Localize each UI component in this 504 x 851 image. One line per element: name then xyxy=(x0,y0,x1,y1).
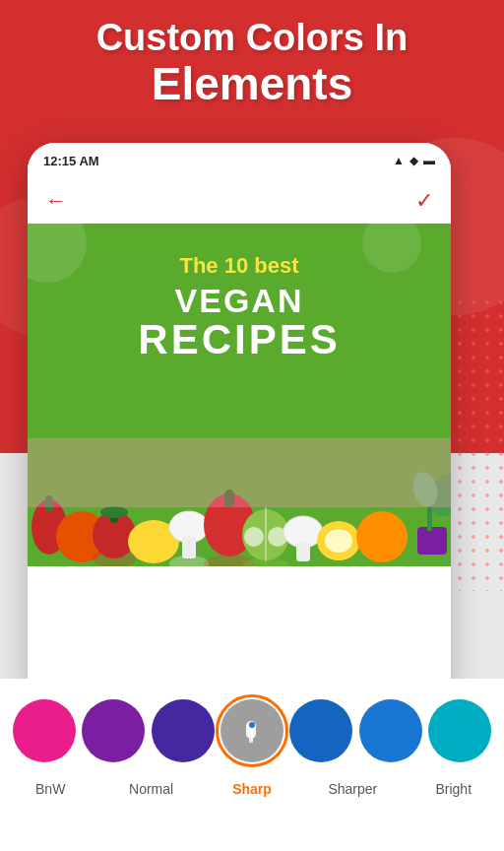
header-section: Custom Colors In Elements xyxy=(0,18,504,108)
filter-circle-sharp[interactable] xyxy=(220,699,284,762)
back-button[interactable]: ← xyxy=(45,188,67,214)
sharp-filter-icon xyxy=(236,715,268,747)
banner-text-area: The 10 best VEGAN RECIPES xyxy=(28,253,451,360)
svg-point-25 xyxy=(169,556,209,566)
wifi-icon: ▲ xyxy=(393,154,405,167)
filter-circle-normal[interactable] xyxy=(82,699,145,762)
signal-icon: ◆ xyxy=(410,154,418,167)
phone-mockup: 12:15 AM ▲ ◆ ▬ ← ✓ The 10 best VEGAN REC… xyxy=(28,143,451,704)
battery-icon: ▬ xyxy=(423,154,435,167)
svg-rect-16 xyxy=(296,542,310,561)
header-line1: Custom Colors In xyxy=(0,18,504,59)
header-line2: Elements xyxy=(0,59,504,109)
filter-label-sharp[interactable]: Sharp xyxy=(220,781,284,797)
color-circles-row xyxy=(0,679,504,777)
svg-point-19 xyxy=(356,511,408,562)
recipe-banner: The 10 best VEGAN RECIPES xyxy=(28,224,451,566)
svg-point-5 xyxy=(100,506,128,518)
pink-overlay-strip xyxy=(28,438,451,507)
banner-title-recipes: RECIPES xyxy=(28,319,451,360)
filter-circle-bnw[interactable] xyxy=(13,699,76,762)
filter-label-normal[interactable]: Normal xyxy=(120,781,183,797)
svg-rect-8 xyxy=(182,537,196,558)
filter-label-bnw[interactable]: BnW xyxy=(19,781,82,797)
status-time: 12:15 AM xyxy=(43,154,99,168)
bottom-filter-section: BnW Normal Sharp Sharper Bright xyxy=(0,679,504,851)
svg-rect-20 xyxy=(417,527,447,555)
filter-labels-row: BnW Normal Sharp Sharper Bright xyxy=(0,777,504,809)
check-button[interactable]: ✓ xyxy=(415,188,433,214)
phone-statusbar: 12:15 AM ▲ ◆ ▬ xyxy=(28,143,451,178)
statusbar-icons: ▲ ◆ ▬ xyxy=(393,154,435,167)
banner-title-vegan: VEGAN xyxy=(28,283,451,319)
filter-label-bright[interactable]: Bright xyxy=(422,781,485,797)
filter-circle-bright1[interactable] xyxy=(359,699,422,762)
svg-point-12 xyxy=(244,527,264,547)
phone-topbar: ← ✓ xyxy=(28,178,451,224)
filter-circle-bright2[interactable] xyxy=(428,699,491,762)
phone-content-area xyxy=(28,566,451,650)
filter-circle-normal2[interactable] xyxy=(152,699,215,762)
svg-point-30 xyxy=(249,722,255,728)
filter-circle-sharper[interactable] xyxy=(289,699,352,762)
svg-point-18 xyxy=(325,529,352,553)
filter-label-sharper[interactable]: Sharper xyxy=(321,781,384,797)
banner-subtitle: The 10 best xyxy=(28,253,451,279)
